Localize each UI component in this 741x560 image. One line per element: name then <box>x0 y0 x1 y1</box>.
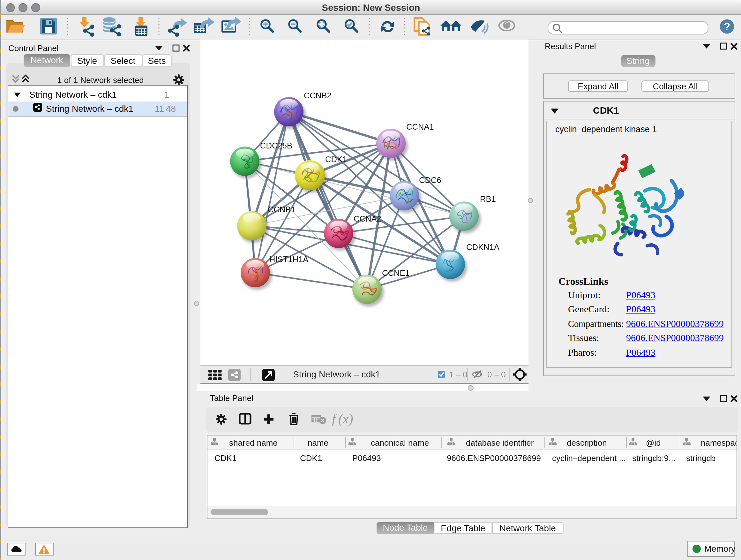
svg-text:f (x): f (x) <box>332 412 353 427</box>
svg-text:HIST1H1A: HIST1H1A <box>269 255 308 264</box>
svg-text:CDKN1A: CDKN1A <box>466 243 499 252</box>
svg-text:CCNB2: CCNB2 <box>304 91 331 100</box>
svg-text:RB1: RB1 <box>480 194 495 203</box>
svg-text:CCNE1: CCNE1 <box>382 268 409 277</box>
svg-text:CDC25B: CDC25B <box>260 141 292 150</box>
svg-text:CDK1: CDK1 <box>325 155 347 164</box>
svg-text:CCNB1: CCNB1 <box>267 205 295 214</box>
svg-text:CCNA2: CCNA2 <box>353 214 381 223</box>
svg-text:CCNA1: CCNA1 <box>406 122 434 131</box>
svg-text:CDC6: CDC6 <box>419 176 441 185</box>
svg-text:?: ? <box>724 20 731 33</box>
